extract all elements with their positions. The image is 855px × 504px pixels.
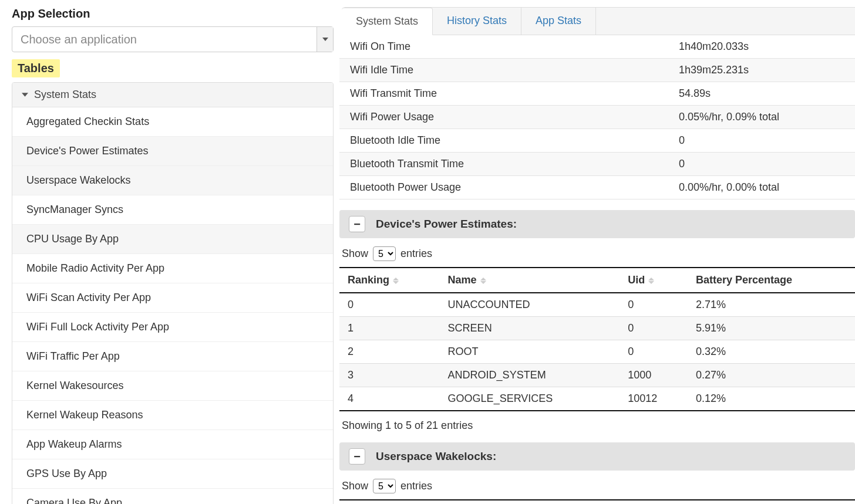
stats-row: Wifi Transmit Time54.89s [339,82,855,106]
sidebar-item[interactable]: CPU Usage By App [12,225,333,254]
sort-icon[interactable] [480,278,486,284]
table-cell: UNACCOUNTED [440,293,620,317]
stats-row: Wifi On Time1h40m20.033s [339,35,855,59]
table-cell: ANDROID_SYSTEM [440,364,620,387]
chevron-down-icon [322,36,328,42]
column-header[interactable]: Uid [620,268,688,293]
sidebar-item[interactable]: SyncManager Syncs [12,195,333,225]
table-cell: 2 [339,340,440,364]
table-cell: 0 [620,293,688,317]
caret-down-icon [22,92,28,98]
system-stats-table: Wifi On Time1h40m20.033sWifi Idle Time1h… [339,35,855,199]
power-estimates-header: − Device's Power Estimates: [339,210,855,238]
sidebar-item[interactable]: Mobile Radio Activity Per App [12,254,333,283]
stats-row: Bluetooth Transmit Time0 [339,153,855,176]
column-header[interactable]: Name [440,268,620,293]
wakelocks-title: Userspace Wakelocks: [376,450,496,463]
table-cell: 1000 [620,364,688,387]
value-cell: 0 [668,153,855,176]
sort-icon[interactable] [393,278,399,284]
stats-row: Wifi Power Usage0.05%/hr, 0.09% total [339,106,855,129]
wakelocks-header: − Userspace Wakelocks: [339,442,855,471]
entries-select[interactable]: 5 [373,246,396,261]
sort-icon[interactable] [648,278,654,284]
collapse-button[interactable]: − [349,448,365,465]
column-header[interactable]: Duration / Hr [686,500,855,504]
tab[interactable]: App Stats [521,8,596,35]
sidebar-item[interactable]: App Wakeup Alarms [12,430,333,459]
table-cell: 0 [620,340,688,364]
column-header[interactable]: Ranking [339,268,440,293]
app-selection-title: App Selection [12,7,334,21]
sidebar-item[interactable]: WiFi Traffic Per App [12,342,333,371]
table-cell: ROOT [440,340,620,364]
stats-row: Bluetooth Idle Time0 [339,129,855,153]
metric-cell: Bluetooth Transmit Time [339,153,668,176]
table-cell: 2.71% [688,293,855,317]
metric-cell: Bluetooth Idle Time [339,129,668,153]
tab[interactable]: History Stats [433,8,521,35]
show-label-post: entries [400,480,432,492]
value-cell: 54.89s [668,82,855,106]
metric-cell: Bluetooth Power Usage [339,176,668,199]
wakelocks-table: RankingNameUidDuration / Hr [339,499,855,504]
entries-select-wakelocks[interactable]: 5 [373,479,396,493]
collapse-button[interactable]: − [349,216,365,232]
value-cell: 1h40m20.033s [668,35,855,59]
table-cell: 0.12% [688,387,855,411]
table-cell: 5.91% [688,317,855,340]
table-cell: SCREEN [440,317,620,340]
table-row: 3ANDROID_SYSTEM10000.27% [339,364,855,387]
stats-row: Wifi Idle Time1h39m25.231s [339,59,855,82]
stats-row: Bluetooth Power Usage0.00%/hr, 0.00% tot… [339,176,855,199]
sidebar-item[interactable]: GPS Use By App [12,459,333,489]
table-row: 1SCREEN05.91% [339,317,855,340]
table-cell: 10012 [620,387,688,411]
app-select[interactable]: Choose an application [12,26,334,52]
sidebar-header[interactable]: System Stats [12,83,333,107]
metric-cell: Wifi Transmit Time [339,82,668,106]
show-entries: Show 5 entries [342,246,855,261]
sidebar-item[interactable]: WiFi Scan Activity Per App [12,283,333,313]
table-cell: 1 [339,317,440,340]
power-estimates-table: RankingNameUidBattery Percentage 0UNACCO… [339,267,855,411]
table-cell: 0.32% [688,340,855,364]
table-cell: 3 [339,364,440,387]
column-header[interactable]: Ranking [339,500,482,504]
show-label-post: entries [400,248,432,260]
app-select-placeholder: Choose an application [12,27,317,52]
metric-cell: Wifi Idle Time [339,59,668,82]
sidebar-item[interactable]: Kernel Wakeup Reasons [12,401,333,430]
sidebar-item[interactable]: Userspace Wakelocks [12,166,333,195]
table-cell: 0.27% [688,364,855,387]
sidebar-item[interactable]: Kernel Wakesources [12,371,333,401]
sidebar-header-label: System Stats [34,89,96,101]
sidebar-item[interactable]: Aggregated Checkin Stats [12,107,333,137]
power-estimates-info: Showing 1 to 5 of 21 entries [342,420,855,432]
show-label-pre: Show [342,248,368,260]
show-label-pre: Show [342,480,368,492]
value-cell: 0 [668,129,855,153]
sidebar-item[interactable]: Device's Power Estimates [12,137,333,166]
table-cell: 0 [620,317,688,340]
value-cell: 0.05%/hr, 0.09% total [668,106,855,129]
power-estimates-title: Device's Power Estimates: [376,218,517,231]
column-header[interactable]: Uid [596,500,686,504]
table-cell: 0 [339,293,440,317]
tables-heading: Tables [12,59,60,77]
column-header[interactable]: Name [482,500,596,504]
value-cell: 0.00%/hr, 0.00% total [668,176,855,199]
metric-cell: Wifi On Time [339,35,668,59]
sidebar-list: System Stats Aggregated Checkin StatsDev… [12,82,334,504]
app-select-dropdown-button[interactable] [317,27,333,52]
table-row: 2ROOT00.32% [339,340,855,364]
table-cell: GOOGLE_SERVICES [440,387,620,411]
tab-bar: System StatsHistory StatsApp Stats [342,7,855,35]
show-entries-wakelocks: Show 5 entries [342,479,855,493]
value-cell: 1h39m25.231s [668,59,855,82]
column-header[interactable]: Battery Percentage [688,268,855,293]
metric-cell: Wifi Power Usage [339,106,668,129]
sidebar-item[interactable]: WiFi Full Lock Activity Per App [12,313,333,342]
sidebar-item[interactable]: Camera Use By App [12,489,333,504]
tab[interactable]: System Stats [342,8,433,35]
